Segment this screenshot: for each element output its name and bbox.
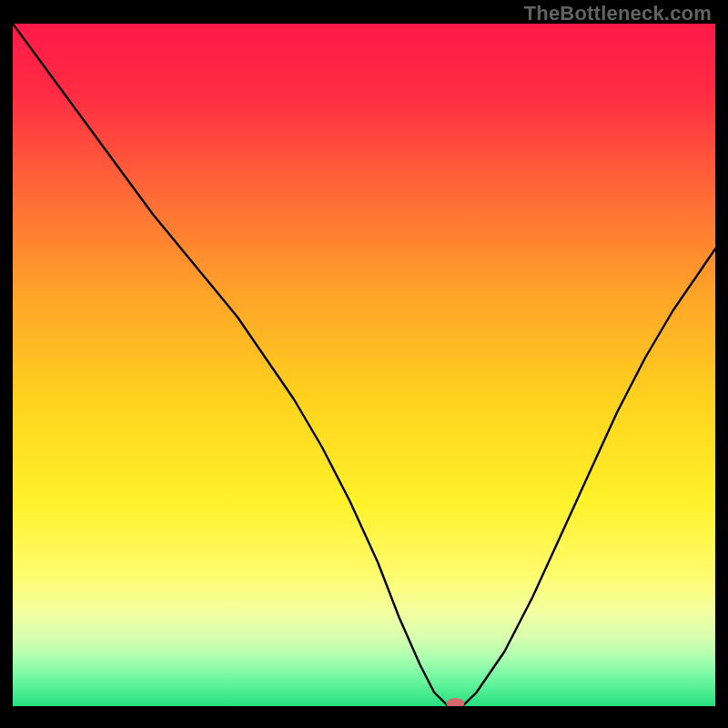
bottleneck-chart xyxy=(0,0,728,728)
watermark-text: TheBottleneck.com xyxy=(524,2,712,25)
chart-frame: TheBottleneck.com xyxy=(0,0,728,728)
plot-heatmap xyxy=(13,24,715,706)
optimal-point-marker xyxy=(446,698,464,709)
